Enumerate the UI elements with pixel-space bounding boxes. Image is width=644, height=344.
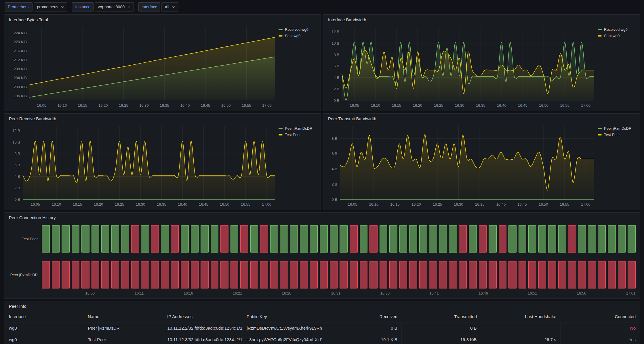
x-axis-tick-label: 16:55 (560, 202, 569, 207)
x-axis-tick-label: 16:25 (433, 202, 442, 207)
legend-item-sent-wg0[interactable]: Sent wg0 (598, 34, 636, 38)
status-bar-connected (558, 225, 566, 253)
status-row-peer-jrzmdsdr: Peer jRzmDsDR (8, 261, 636, 288)
status-bar-disconnected (240, 261, 248, 288)
status-bar-connected (81, 225, 89, 253)
status-bar-disconnected (161, 261, 169, 288)
variable-value-dropdown[interactable]: wg-portal:8080 (95, 2, 134, 12)
chart-interface-bandwidth: 0 B2 B4 B6 B8 B10 B12 B16:0516:1016:1516… (327, 23, 596, 109)
status-bar-disconnected (220, 225, 228, 253)
panel-title[interactable]: Peer Receive Bandwidth (9, 115, 317, 122)
column-header-public-key[interactable]: Public Key (243, 311, 322, 322)
x-axis-tick-label: 16:10 (58, 103, 67, 108)
status-bar-disconnected (489, 261, 497, 288)
x-axis-tick-label: 16:20 (411, 202, 421, 207)
status-bar-disconnected (330, 261, 338, 288)
status-bar-connected (201, 225, 209, 253)
status-bar-connected (42, 225, 50, 253)
status-bar-disconnected (568, 261, 576, 288)
status-bar-disconnected (42, 261, 50, 288)
panel-title[interactable]: Interface Bandwidth (328, 16, 636, 23)
column-header-connected[interactable]: Connected (560, 311, 640, 322)
x-axis-tick-label: 16:51 (528, 291, 537, 295)
column-header-last-handshake[interactable]: Last Handshake (481, 311, 560, 322)
status-bar-connected (469, 225, 477, 253)
status-x-axis: 16:0616:1116:1616:2116:2616:3116:3616:41… (46, 288, 636, 297)
status-bar-connected (608, 225, 616, 253)
status-bar-disconnected (121, 261, 129, 288)
legend-label: Sent wg0 (604, 34, 620, 38)
status-bar-disconnected (171, 261, 179, 288)
status-bar-disconnected (72, 261, 80, 288)
status-bar-disconnected (459, 261, 467, 288)
status-bar-connected (62, 225, 70, 253)
status-bar-connected (578, 225, 586, 253)
status-bar-connected (270, 225, 278, 253)
status-bar-disconnected (310, 261, 318, 288)
panel-peer-receive-bandwidth: Peer Receive Bandwidth 0 B2 B4 B6 B8 B10… (4, 113, 321, 210)
legend: Peer jRzmDsDRTest Peer (596, 122, 636, 208)
x-axis-tick-label: 16:50 (539, 103, 548, 108)
x-axis-tick-label: 16:55 (242, 103, 251, 108)
status-bar-disconnected (131, 261, 139, 288)
x-axis-tick-label: 16:06 (85, 291, 95, 295)
variable-label: Prometheus (5, 2, 33, 12)
status-bar-disconnected (151, 225, 159, 253)
variable-current-value: prometheus (37, 5, 58, 9)
x-axis-tick-label: 16:20 (94, 202, 103, 207)
legend-swatch-icon (279, 134, 283, 135)
cell-transmitted: 19.8 KiB (401, 334, 481, 344)
panel-title[interactable]: Interface Bytes Total (9, 16, 317, 23)
x-axis-tick-label: 16:26 (282, 291, 291, 295)
x-axis-tick-label: 16:21 (233, 291, 242, 295)
variable-value-dropdown[interactable]: prometheus (34, 2, 67, 12)
status-bar-disconnected (419, 261, 427, 288)
status-bar-connected (538, 225, 546, 253)
status-bar-connected (548, 225, 556, 253)
y-axis-tick-label: 204 KiB (14, 76, 27, 80)
status-bar-disconnected (449, 261, 457, 288)
y-axis-tick-label: 6 B (14, 163, 20, 167)
status-bar-disconnected (220, 261, 228, 288)
x-axis-tick-label: 16:30 (454, 202, 463, 207)
status-bar-disconnected (558, 261, 566, 288)
variable-prometheus: Prometheusprometheus (5, 2, 67, 12)
panel-title[interactable]: Peer Transmit Bandwidth (328, 115, 636, 122)
legend-item-test-peer[interactable]: Test Peer (279, 133, 317, 137)
column-header-received[interactable]: Received (322, 311, 401, 322)
cell-ip-addresses: 10.11.12.2/32,fdfd:d3ad:c0de:1234::1/128 (163, 322, 243, 334)
column-header-ip-addresses[interactable]: IP Addresses (163, 311, 243, 322)
column-header-transmitted[interactable]: Transmitted (401, 311, 481, 322)
y-axis-tick-label: 216 KiB (14, 49, 27, 53)
x-axis-tick-label: 16:10 (369, 202, 379, 207)
cell-interface: wg0 (4, 334, 84, 344)
legend-item-test-peer[interactable]: Test Peer (598, 133, 636, 137)
legend-item-sent-wg0[interactable]: Sent wg0 (279, 34, 317, 38)
variable-value-dropdown[interactable]: All (161, 2, 178, 12)
status-bar-connected (419, 225, 427, 253)
legend-item-peer-jrzmdsdr[interactable]: Peer jRzmDsDR (598, 126, 636, 131)
status-bar-connected (528, 225, 536, 253)
x-axis-tick-label: 16:30 (455, 103, 464, 108)
status-bar-connected (310, 225, 318, 253)
panel-peer-connection-history: Peer Connection History Test PeerPeer jR… (4, 212, 640, 299)
y-axis-tick-label: 0 B (331, 197, 337, 202)
y-axis-tick-label: 2 B (14, 186, 20, 190)
legend-item-peer-jrzmdsdr[interactable]: Peer jRzmDsDR (279, 126, 317, 131)
status-bar-disconnected (280, 261, 288, 288)
status-bar-connected (449, 225, 457, 253)
y-axis-tick-label: 8 B (14, 152, 20, 156)
status-bar-disconnected (191, 261, 199, 288)
status-bar-disconnected (538, 261, 546, 288)
panel-peer-transmit-bandwidth: Peer Transmit Bandwidth 0 B2 B4 B6 B8 B1… (323, 113, 640, 210)
y-axis-tick-label: 12 B (12, 129, 20, 133)
legend-item-received-wg0[interactable]: Received wg0 (279, 27, 317, 32)
panel-title[interactable]: Peer Info (9, 303, 640, 310)
y-axis-tick-label: 196 KiB (14, 94, 27, 98)
column-header-interface[interactable]: Interface (4, 311, 84, 322)
x-axis-tick-label: 17:00 (262, 103, 272, 108)
chart-peer-receive-bandwidth: 0 B2 B4 B6 B8 B10 B12 B16:0516:1016:1516… (8, 122, 277, 208)
legend-item-received-wg0[interactable]: Received wg0 (598, 27, 636, 32)
column-header-name[interactable]: Name (84, 311, 163, 322)
panel-title[interactable]: Peer Connection History (9, 214, 636, 221)
